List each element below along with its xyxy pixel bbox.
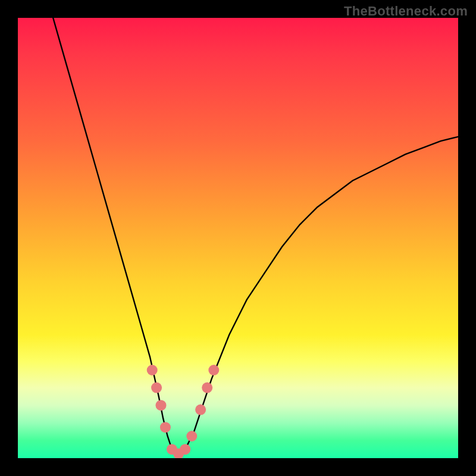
valley-marker (202, 383, 212, 393)
valley-marker (208, 365, 219, 375)
curve-layer (18, 18, 458, 458)
valley-marker (186, 431, 197, 441)
valley-marker (151, 383, 162, 393)
watermark-text: TheBottleneck.com (344, 4, 468, 19)
plot-area (18, 18, 458, 458)
valley-markers (147, 365, 220, 458)
valley-marker (156, 400, 167, 411)
valley-marker (147, 365, 158, 375)
valley-marker (180, 444, 190, 455)
valley-marker (195, 405, 206, 415)
chart-frame: TheBottleneck.com (0, 0, 476, 476)
valley-marker (160, 422, 171, 433)
bottleneck-curve (53, 18, 458, 454)
